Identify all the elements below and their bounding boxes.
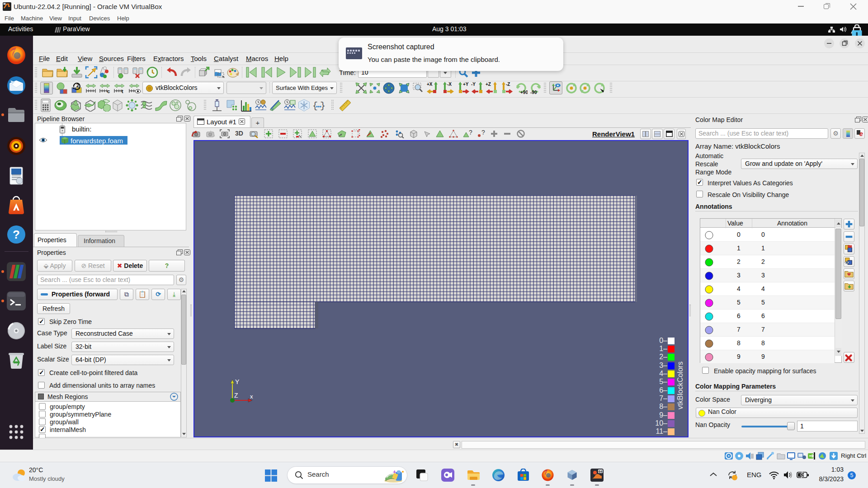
svg-text:64: 64	[599, 470, 602, 473]
svg-text:-90: -90	[530, 90, 537, 94]
svg-text:Z: Z	[234, 392, 238, 399]
svg-text:?: ?	[469, 129, 472, 136]
svg-text:2: 2	[76, 83, 79, 88]
svg-text:Y: Y	[235, 378, 240, 385]
svg-text:-Z: -Z	[506, 82, 510, 87]
svg-text:+X: +X	[427, 82, 433, 87]
svg-text:?: ?	[481, 129, 485, 136]
svg-text:t: t	[122, 89, 123, 94]
svg-text:c: c	[107, 89, 110, 94]
svg-text:+90: +90	[520, 90, 528, 94]
svg-text:?: ?	[13, 228, 20, 241]
svg-text:+Y: +Y	[463, 82, 469, 87]
svg-text:+Z: +Z	[486, 82, 491, 87]
svg-text:x: x	[250, 393, 253, 400]
svg-text:-Y: -Y	[471, 82, 476, 87]
svg-text:-X: -X	[447, 82, 452, 87]
